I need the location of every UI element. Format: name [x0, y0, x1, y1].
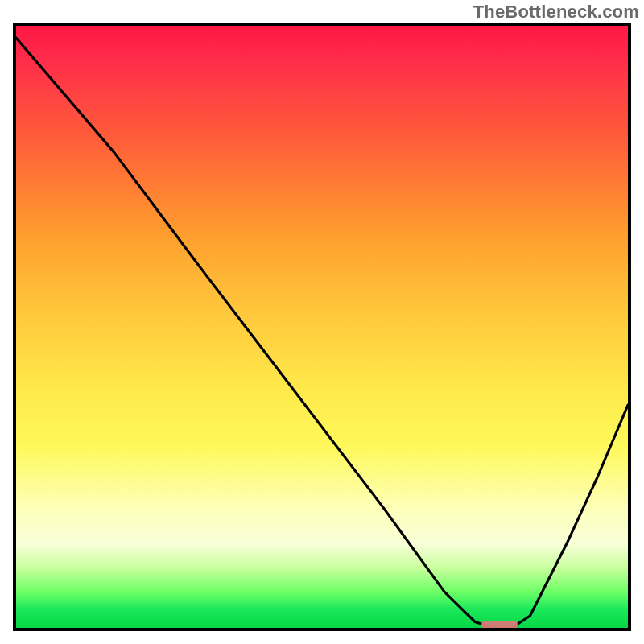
plot-area — [13, 23, 631, 631]
watermark-label: TheBottleneck.com — [473, 2, 639, 23]
optimal-range-marker — [481, 621, 518, 629]
bottleneck-curve — [16, 26, 628, 628]
chart-frame: TheBottleneck.com — [0, 0, 644, 644]
